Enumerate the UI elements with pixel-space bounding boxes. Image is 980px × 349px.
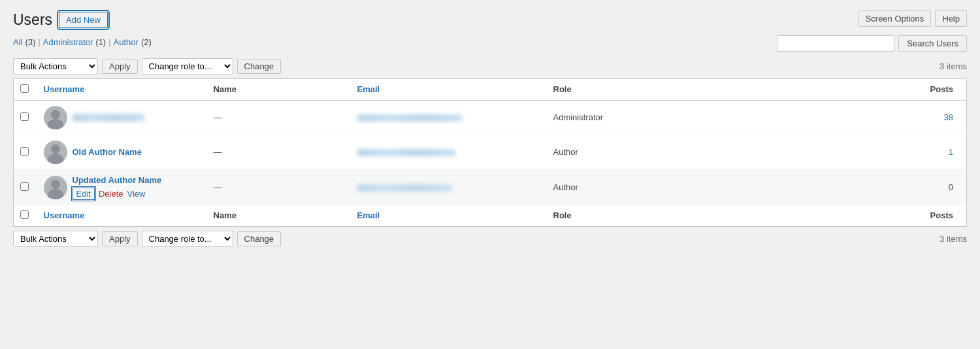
users-table: Username Name Email Role Posts (13, 78, 967, 227)
help-button[interactable]: Help (935, 10, 967, 27)
username-cell: Updated Author Name Edit Delete View (37, 169, 207, 205)
sort-email-link[interactable]: Email (357, 84, 380, 94)
delete-action-link[interactable]: Delete (99, 189, 123, 199)
apply-button-bottom[interactable]: Apply (102, 231, 138, 246)
screen-options-button[interactable]: Screen Options (858, 10, 932, 27)
sort-username-link-bottom[interactable]: Username (44, 210, 85, 220)
name-cell: — (207, 169, 351, 205)
posts-cell: 1 (651, 135, 967, 169)
row-checkbox-cell (14, 169, 37, 205)
role-cell: Author (547, 169, 651, 205)
table-row: Old Author Name — Author 1 (14, 135, 967, 169)
sort-username-link[interactable]: Username (44, 84, 85, 94)
tfoot-username: Username (37, 205, 207, 227)
bottom-toolbar: Bulk Actions Apply Change role to... Cha… (13, 231, 967, 247)
blurred-email (357, 114, 462, 122)
select-all-checkbox-bottom[interactable] (20, 210, 29, 219)
tfoot-checkbox-th (14, 205, 37, 227)
email-cell (351, 135, 547, 169)
sort-email-link-bottom[interactable]: Email (357, 210, 380, 220)
separator-1: | (38, 37, 40, 47)
apply-button-top[interactable]: Apply (102, 59, 138, 74)
filter-all[interactable]: All (13, 37, 22, 47)
role-cell: Author (547, 135, 651, 169)
posts-cell: 38 (651, 100, 967, 135)
th-name: Name (207, 78, 351, 100)
filter-links: All (3) | Administrator (1) | Author (2) (13, 37, 152, 47)
blurred-email (357, 184, 452, 191)
filter-author-count: (2) (141, 37, 152, 47)
change-button-bottom[interactable]: Change (237, 231, 282, 246)
th-role: Role (547, 78, 651, 100)
email-cell (351, 100, 547, 135)
th-posts: Posts (651, 78, 967, 100)
avatar (44, 141, 67, 164)
th-username: Username (37, 78, 207, 100)
page-title: Users (13, 10, 52, 30)
separator-2: | (108, 37, 110, 47)
row-checkbox[interactable] (20, 112, 29, 121)
items-count-top: 3 items (939, 61, 967, 71)
search-input[interactable] (777, 35, 894, 52)
row-checkbox[interactable] (20, 147, 29, 156)
posts-cell: 0 (651, 169, 967, 205)
add-new-button[interactable]: Add New (59, 12, 108, 28)
items-count-bottom: 3 items (939, 234, 967, 244)
tfoot-name: Name (207, 205, 351, 227)
row-checkbox-cell (14, 100, 37, 135)
avatar (44, 106, 67, 129)
edit-action-link[interactable]: Edit (73, 188, 95, 200)
username-cell (37, 100, 207, 135)
posts-link[interactable]: 38 (944, 112, 953, 122)
row-checkbox[interactable] (20, 182, 29, 191)
username-cell: Old Author Name (37, 135, 207, 169)
filter-admin-count: (1) (95, 37, 106, 47)
filter-all-count: (3) (25, 37, 35, 47)
posts-link[interactable]: 1 (949, 147, 953, 157)
select-all-checkbox-top[interactable] (20, 84, 29, 93)
th-email: Email (351, 78, 547, 100)
username-link[interactable]: Old Author Name (73, 147, 142, 157)
change-button-top[interactable]: Change (237, 59, 282, 74)
change-role-select-bottom[interactable]: Change role to... (142, 231, 233, 247)
view-action-link[interactable]: View (127, 189, 145, 199)
name-cell: — (207, 135, 351, 169)
change-role-select-top[interactable]: Change role to... (142, 58, 233, 75)
avatar (44, 176, 67, 199)
role-cell: Administrator (547, 100, 651, 135)
tfoot-role: Role (547, 205, 651, 227)
row-checkbox-cell (14, 135, 37, 169)
tfoot-email: Email (351, 205, 547, 227)
bulk-actions-select-top[interactable]: Bulk Actions (13, 58, 98, 75)
top-toolbar: Bulk Actions Apply Change role to... Cha… (13, 58, 967, 75)
email-cell (351, 169, 547, 205)
blurred-email (357, 149, 455, 156)
username-link[interactable]: Updated Author Name (73, 175, 162, 185)
blurred-username (73, 114, 144, 122)
name-cell: — (207, 100, 351, 135)
filter-author[interactable]: Author (114, 37, 139, 47)
table-row: Updated Author Name Edit Delete View — A… (14, 169, 967, 205)
bulk-actions-select-bottom[interactable]: Bulk Actions (13, 231, 98, 247)
search-users-button[interactable]: Search Users (898, 35, 967, 52)
tfoot-posts: Posts (651, 205, 967, 227)
filter-administrator[interactable]: Administrator (43, 37, 93, 47)
row-actions: Edit Delete View (73, 188, 162, 200)
table-row: — Administrator 38 (14, 100, 967, 135)
th-checkbox (14, 78, 37, 100)
